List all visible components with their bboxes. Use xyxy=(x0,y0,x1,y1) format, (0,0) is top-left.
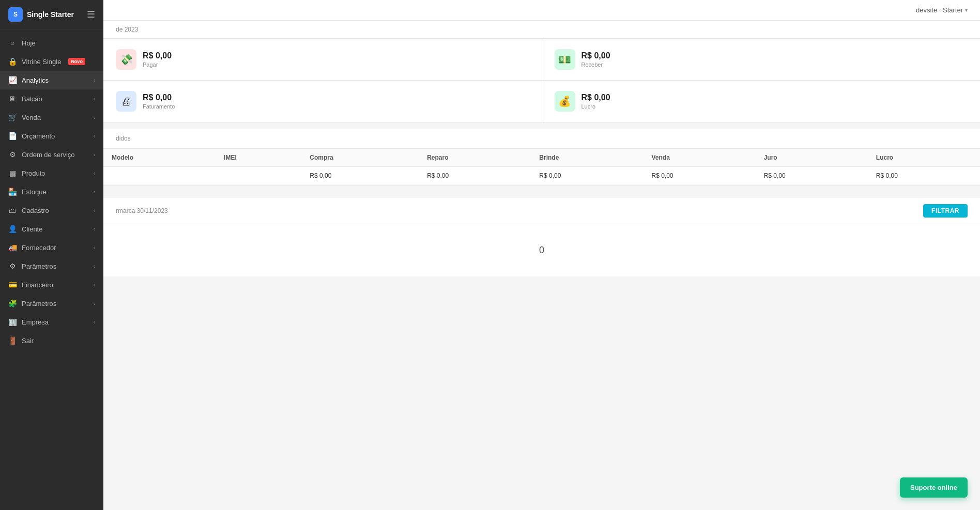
pagar-label: Pagar xyxy=(143,61,172,68)
parametros1-icon: ⚙ xyxy=(8,262,17,270)
stat-faturamento-info: R$ 0,00 Faturamento xyxy=(143,93,175,110)
sidebar-item-estoque[interactable]: 🏪 Estoque ‹ xyxy=(0,182,103,201)
cell-modelo xyxy=(103,167,216,185)
estoque-icon: 🏪 xyxy=(8,188,17,196)
empresa-icon: 🏢 xyxy=(8,318,17,326)
cadastro-icon: 🗃 xyxy=(8,206,17,214)
chevron-icon: ‹ xyxy=(94,189,95,195)
sidebar-item-hoje[interactable]: ○ Hoje xyxy=(0,34,103,52)
col-modelo: Modelo xyxy=(103,149,216,167)
sidebar-item-ordem[interactable]: ⚙ Ordem de serviço ‹ xyxy=(0,145,103,164)
filter-label: rmarca xyxy=(116,207,135,214)
sidebar-item-orcamento[interactable]: 📄 Orçamento ‹ xyxy=(0,127,103,145)
sidebar-item-label: Produto xyxy=(22,169,45,177)
account-selector[interactable]: devsite · Starter ▾ xyxy=(916,6,968,14)
sidebar: S Single Starter ☰ ○ Hoje 🔒 Vitrine Sing… xyxy=(0,0,103,510)
sidebar-item-label: Venda xyxy=(22,114,41,121)
lucro-label: Lucro xyxy=(581,103,610,110)
chevron-icon: ‹ xyxy=(94,171,95,176)
filter-button[interactable]: FILTRAR xyxy=(923,204,968,218)
sidebar-item-fornecedor[interactable]: 🚚 Fornecedor ‹ xyxy=(0,238,103,257)
vitrine-icon: 🔒 xyxy=(8,57,17,66)
filter-content: 0 xyxy=(103,224,980,276)
spacer-1 xyxy=(103,122,980,129)
cell-compra: R$ 0,00 xyxy=(301,167,419,185)
sidebar-item-parametros2[interactable]: 🧩 Parâmetros ‹ xyxy=(0,294,103,313)
col-reparo: Reparo xyxy=(419,149,531,167)
sidebar-item-label: Hoje xyxy=(22,39,36,47)
col-juro: Juro xyxy=(756,149,868,167)
hoje-icon: ○ xyxy=(8,39,17,47)
sidebar-item-cadastro[interactable]: 🗃 Cadastro ‹ xyxy=(0,201,103,220)
sidebar-item-label: Parâmetros xyxy=(22,300,56,307)
chevron-icon: ‹ xyxy=(94,152,95,158)
chevron-icon: ‹ xyxy=(94,133,95,139)
table-section-header: didos xyxy=(103,129,980,149)
sidebar-item-label: Vitrine Single xyxy=(22,58,61,66)
sidebar-item-label: Empresa xyxy=(22,318,49,326)
receber-label: Receber xyxy=(581,61,610,68)
faturamento-icon: 🖨 xyxy=(121,96,131,107)
sidebar-item-label: Cadastro xyxy=(22,207,49,214)
cell-brinde: R$ 0,00 xyxy=(531,167,643,185)
analytics-icon: 📈 xyxy=(8,76,17,84)
sidebar-item-financeiro[interactable]: 💳 Financeiro ‹ xyxy=(0,275,103,294)
sidebar-logo: S Single Starter xyxy=(8,7,74,22)
lucro-value: R$ 0,00 xyxy=(581,93,610,102)
receber-value: R$ 0,00 xyxy=(581,51,610,60)
support-button[interactable]: Suporte online xyxy=(900,477,968,498)
vitrine-badge: Novo xyxy=(68,58,85,65)
sidebar-item-label: Estoque xyxy=(22,188,47,196)
table-section-label: didos xyxy=(116,135,131,142)
cliente-icon: 👤 xyxy=(8,225,17,233)
sidebar-item-produto[interactable]: ▦ Produto ‹ xyxy=(0,164,103,182)
pagar-icon-wrap: 💸 xyxy=(116,49,136,70)
sair-icon: 🚪 xyxy=(8,336,17,345)
col-compra: Compra xyxy=(301,149,419,167)
faturamento-icon-wrap: 🖨 xyxy=(116,91,136,112)
sidebar-item-label: Orçamento xyxy=(22,132,55,140)
stats-row-2: 🖨 R$ 0,00 Faturamento 💰 R$ 0,00 Lucro xyxy=(103,81,980,122)
venda-icon: 🛒 xyxy=(8,113,17,121)
stat-lucro: 💰 R$ 0,00 Lucro xyxy=(542,81,981,122)
sidebar-nav: ○ Hoje 🔒 Vitrine Single Novo 📈 Analytics… xyxy=(0,29,103,510)
lucro-icon-wrap: 💰 xyxy=(555,91,575,112)
cell-reparo: R$ 0,00 xyxy=(419,167,531,185)
chevron-icon: ‹ xyxy=(94,264,95,269)
stat-receber: 💵 R$ 0,00 Receber xyxy=(542,39,981,80)
chevron-icon: ‹ xyxy=(94,78,95,83)
cell-venda: R$ 0,00 xyxy=(643,167,755,185)
date-label: de 2023 xyxy=(116,26,138,33)
sidebar-item-sair[interactable]: 🚪 Sair xyxy=(0,331,103,350)
table-section: didos Modelo IMEI Compra Reparo Brinde V… xyxy=(103,129,980,186)
cell-lucro: R$ 0,00 xyxy=(868,167,980,185)
faturamento-label: Faturamento xyxy=(143,103,175,110)
stat-pagar: 💸 R$ 0,00 Pagar xyxy=(103,39,542,80)
produto-icon: ▦ xyxy=(8,169,17,177)
sidebar-item-parametros1[interactable]: ⚙ Parâmetros ‹ xyxy=(0,257,103,275)
sidebar-item-empresa[interactable]: 🏢 Empresa ‹ xyxy=(0,313,103,331)
sidebar-item-vitrine[interactable]: 🔒 Vitrine Single Novo xyxy=(0,52,103,71)
sidebar-item-label: Financeiro xyxy=(22,281,53,289)
account-chevron-icon: ▾ xyxy=(965,7,968,13)
sidebar-item-balcao[interactable]: 🖥 Balcão ‹ xyxy=(0,89,103,108)
financeiro-icon: 💳 xyxy=(8,281,17,289)
topbar: devsite · Starter ▾ xyxy=(103,0,980,21)
sidebar-item-cliente[interactable]: 👤 Cliente ‹ xyxy=(0,220,103,238)
chevron-icon: ‹ xyxy=(94,319,95,325)
col-lucro: Lucro xyxy=(868,149,980,167)
logo-icon: S xyxy=(8,7,23,22)
lucro-icon: 💰 xyxy=(558,95,571,107)
main-content: devsite · Starter ▾ de 2023 💸 R$ 0,00 Pa… xyxy=(103,0,980,510)
ordem-icon: ⚙ xyxy=(8,150,17,159)
stats-row-1: 💸 R$ 0,00 Pagar 💵 R$ 0,00 Receber xyxy=(103,39,980,81)
col-brinde: Brinde xyxy=(531,149,643,167)
chevron-icon: ‹ xyxy=(94,282,95,288)
sidebar-item-label: Parâmetros xyxy=(22,262,56,270)
sidebar-item-venda[interactable]: 🛒 Venda ‹ xyxy=(0,108,103,127)
hamburger-icon[interactable]: ☰ xyxy=(87,9,95,20)
date-bar: de 2023 xyxy=(103,21,980,39)
cell-imei xyxy=(216,167,301,185)
sidebar-item-analytics[interactable]: 📈 Analytics ‹ xyxy=(0,71,103,89)
sidebar-item-label: Analytics xyxy=(22,76,49,84)
